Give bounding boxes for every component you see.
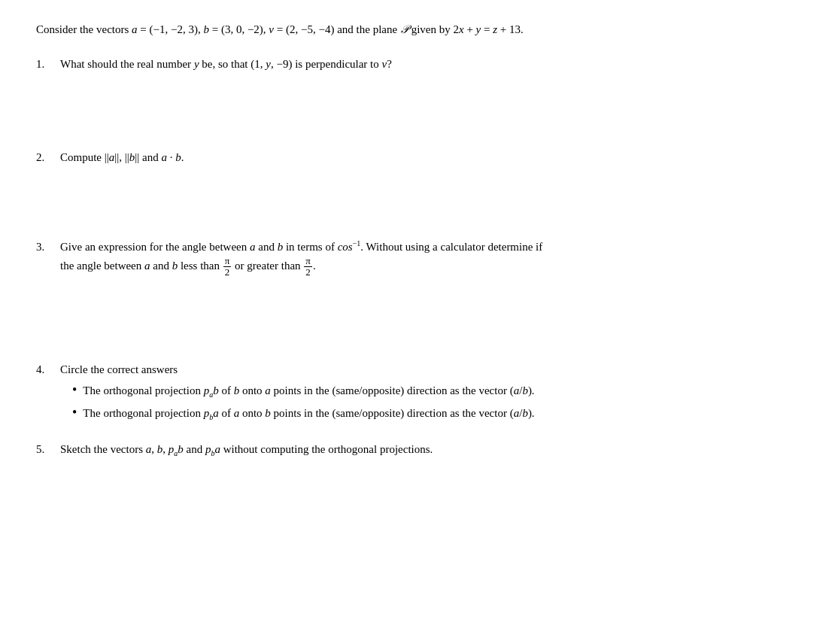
problem-4-number: 4. (36, 360, 60, 378)
problem-1-content: What should the real number y be, so tha… (60, 55, 802, 73)
problem-1: 1. What should the real number y be, so … (36, 55, 802, 73)
page-content: Consider the vectors a = (−1, −2, 3), b … (36, 21, 802, 460)
frac-pi-2-second: π 2 (304, 256, 312, 278)
spacer-1 (36, 73, 802, 148)
spacer-4 (36, 427, 802, 440)
spacer-3 (36, 278, 802, 360)
bullet-text-1: The orthogonal projection pab of b onto … (83, 381, 534, 401)
problem-4: 4. Circle the correct answers • The orth… (36, 360, 802, 427)
problem-5-number: 5. (36, 440, 60, 458)
problem-5: 5. Sketch the vectors a, b, pab and pba … (36, 440, 802, 460)
problem-1-number: 1. (36, 55, 60, 73)
intro-text: Consider the vectors a = (−1, −2, 3), b … (36, 21, 802, 38)
spacer-2 (36, 166, 802, 238)
problem-2-content: Compute ||a||, ||b|| and a · b. (60, 148, 802, 166)
problem-3: 3. Give an expression for the angle betw… (36, 238, 802, 278)
problem-5-content: Sketch the vectors a, b, pab and pba wit… (60, 440, 802, 460)
bullet-dot-1: • (72, 381, 77, 399)
problem-3-content: Give an expression for the angle between… (60, 238, 802, 278)
bullet-list: • The orthogonal projection pab of b ont… (60, 381, 802, 424)
bullet-text-2: The orthogonal projection pba of a onto … (83, 404, 534, 424)
bullet-item-1: • The orthogonal projection pab of b ont… (72, 381, 802, 401)
bullet-dot-2: • (72, 404, 77, 421)
problem-list: 1. What should the real number y be, so … (36, 55, 802, 460)
problem-4-content: Circle the correct answers • The orthogo… (60, 360, 802, 427)
frac-pi-2-first: π 2 (223, 256, 232, 278)
problem-2: 2. Compute ||a||, ||b|| and a · b. (36, 148, 802, 166)
problem-3-number: 3. (36, 238, 60, 256)
problem-2-number: 2. (36, 148, 60, 166)
bullet-item-2: • The orthogonal projection pba of a ont… (72, 404, 802, 424)
